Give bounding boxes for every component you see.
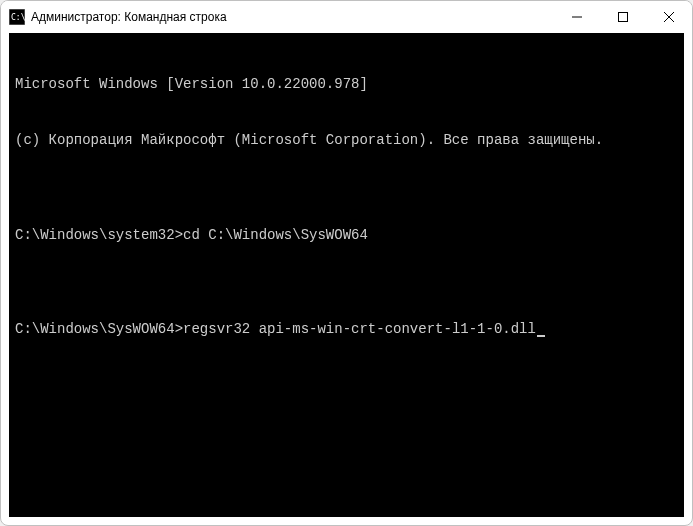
app-icon: C:\ bbox=[9, 9, 25, 25]
maximize-icon bbox=[618, 12, 628, 22]
command-text: regsvr32 api-ms-win-crt-convert-l1-1-0.d… bbox=[183, 321, 536, 337]
command-line: C:\Windows\SysWOW64>regsvr32 api-ms-win-… bbox=[15, 320, 678, 339]
terminal-area[interactable]: Microsoft Windows [Version 10.0.22000.97… bbox=[9, 33, 684, 517]
command-text: cd C:\Windows\SysWOW64 bbox=[183, 227, 368, 243]
output-line: Microsoft Windows [Version 10.0.22000.97… bbox=[15, 75, 678, 94]
minimize-icon bbox=[572, 12, 582, 22]
close-icon bbox=[664, 12, 674, 22]
svg-rect-3 bbox=[619, 13, 628, 22]
prompt-path: C:\Windows\system32> bbox=[15, 227, 183, 243]
window-controls bbox=[554, 1, 692, 33]
close-button[interactable] bbox=[646, 1, 692, 33]
maximize-button[interactable] bbox=[600, 1, 646, 33]
cursor-icon bbox=[537, 335, 545, 337]
command-line: C:\Windows\system32>cd C:\Windows\SysWOW… bbox=[15, 226, 678, 245]
minimize-button[interactable] bbox=[554, 1, 600, 33]
titlebar[interactable]: C:\ Администратор: Командная строка bbox=[1, 1, 692, 33]
prompt-path: C:\Windows\SysWOW64> bbox=[15, 321, 183, 337]
svg-text:C:\: C:\ bbox=[11, 13, 25, 22]
command-prompt-window: C:\ Администратор: Командная строка bbox=[0, 0, 693, 526]
window-title: Администратор: Командная строка bbox=[31, 10, 554, 24]
output-line: (c) Корпорация Майкрософт (Microsoft Cor… bbox=[15, 131, 678, 150]
